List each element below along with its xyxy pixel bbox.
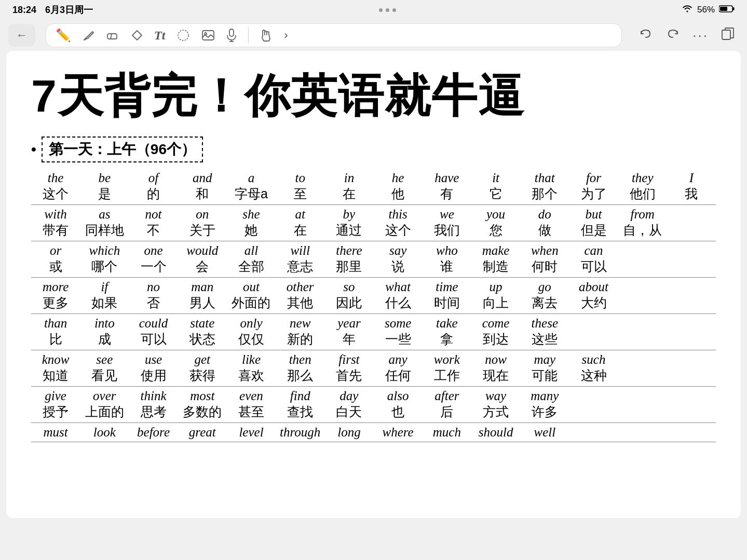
en-word-1-7: this — [374, 207, 423, 222]
en-word-5-6: first — [324, 352, 373, 367]
zh-word-4-10: 这些 — [520, 331, 569, 348]
zh-line-6: 授予上面的思考多数的甚至查找白天也后方式许多 — [31, 403, 716, 422]
image-tool[interactable] — [199, 29, 217, 42]
en-word-6-8: after — [423, 389, 471, 403]
en-word-5-9: now — [471, 352, 520, 367]
zh-word-5-8: 工作 — [423, 367, 471, 384]
zh-word-1-11: 但是 — [569, 222, 618, 239]
en-line-3: moreifnomanoutothersowhattimeupgoabout — [31, 278, 716, 294]
zh-word-4-11 — [569, 331, 618, 348]
vocab-row-1: withasnotonsheatbythisweyoudobutfrom带有同样… — [31, 205, 716, 241]
en-word-4-13 — [667, 316, 716, 331]
zh-word-3-1: 如果 — [80, 294, 129, 311]
en-line-6: giveoverthinkmostevenfinddayalsoafterway… — [31, 387, 716, 403]
en-word-7-4: level — [227, 425, 276, 440]
pencil-tool[interactable]: ✏️ — [53, 27, 73, 44]
en-word-4-5: new — [276, 316, 324, 331]
expand-tools-chevron[interactable]: › — [282, 28, 290, 43]
zh-line-0: 这个是的和字母a至在他有它那个为了他们我 — [31, 185, 716, 204]
diamond-eraser-tool[interactable] — [129, 29, 145, 42]
en-word-7-2: before — [129, 425, 178, 440]
status-center-dots — [379, 8, 396, 12]
en-word-3-11: about — [569, 280, 618, 294]
svg-point-7 — [178, 30, 188, 40]
en-word-5-5: then — [276, 352, 324, 367]
en-word-3-10: go — [520, 280, 569, 294]
dot3 — [392, 8, 396, 12]
zh-word-3-7: 什么 — [374, 294, 423, 311]
zh-word-1-2: 不 — [129, 222, 178, 239]
duplicate-button[interactable] — [717, 25, 739, 46]
en-word-5-8: work — [423, 352, 471, 367]
redo-button[interactable] — [661, 25, 684, 45]
zh-word-2-3: 会 — [178, 258, 227, 275]
en-word-2-4: all — [227, 243, 276, 258]
zh-word-6-7: 也 — [374, 403, 423, 420]
back-button[interactable]: ← — [8, 24, 35, 47]
zh-word-2-1: 哪个 — [80, 258, 129, 275]
en-word-7-3: great — [178, 425, 227, 440]
en-word-1-0: with — [31, 207, 80, 222]
dot1 — [379, 8, 383, 12]
en-word-3-1: if — [80, 280, 129, 294]
en-word-7-10: well — [520, 425, 569, 440]
en-word-0-6: in — [324, 171, 373, 185]
en-word-3-6: so — [324, 280, 373, 294]
en-word-0-7: he — [374, 171, 423, 185]
zh-word-1-5: 在 — [276, 222, 324, 239]
en-word-3-4: out — [227, 280, 276, 294]
en-word-2-9: make — [471, 243, 520, 258]
zh-word-0-13: 我 — [667, 185, 716, 202]
en-word-3-3: man — [178, 280, 227, 294]
svg-rect-13 — [722, 30, 730, 39]
en-word-0-8: have — [423, 171, 471, 185]
battery-percent: 56% — [697, 5, 715, 15]
pen-tool[interactable] — [80, 28, 97, 43]
battery-icon — [719, 5, 735, 16]
en-word-3-13 — [667, 280, 716, 294]
en-word-4-10: these — [520, 316, 569, 331]
zh-word-2-7: 说 — [374, 258, 423, 275]
en-word-1-10: do — [520, 207, 569, 222]
en-word-0-0: the — [31, 171, 80, 185]
eraser-tool[interactable] — [104, 29, 122, 42]
en-word-2-8: who — [423, 243, 471, 258]
status-right: 56% — [682, 5, 735, 16]
toolbar-left: ← — [8, 24, 35, 47]
zh-word-6-1: 上面的 — [80, 403, 129, 420]
zh-word-5-1: 看见 — [80, 367, 129, 384]
en-word-6-5: find — [276, 389, 324, 403]
en-word-5-7: any — [374, 352, 423, 367]
zh-word-6-2: 思考 — [129, 403, 178, 420]
toolbar-right: ··· — [634, 25, 739, 46]
undo-button[interactable] — [634, 25, 657, 45]
en-word-5-1: see — [80, 352, 129, 367]
en-word-1-1: as — [80, 207, 129, 222]
zh-word-6-4: 甚至 — [227, 403, 276, 420]
en-word-6-13 — [667, 389, 716, 403]
en-word-6-7: also — [374, 389, 423, 403]
vocab-container: thebeofandatoinhehaveitthatfortheyI这个是的和… — [31, 169, 716, 442]
en-word-7-8: much — [423, 425, 471, 440]
more-button[interactable]: ··· — [688, 25, 713, 46]
en-word-5-2: use — [129, 352, 178, 367]
text-tool[interactable]: Tt — [152, 28, 167, 44]
lasso-tool[interactable] — [174, 28, 192, 43]
status-bar: 18:24 6月3日周一 56% — [0, 0, 747, 20]
en-word-7-13 — [667, 425, 716, 440]
mic-tool[interactable] — [224, 28, 239, 43]
zh-word-1-9: 您 — [471, 222, 520, 239]
zh-word-3-4: 外面的 — [227, 294, 276, 311]
zh-word-6-5: 查找 — [276, 403, 324, 420]
en-word-3-0: more — [31, 280, 80, 294]
en-word-1-5: at — [276, 207, 324, 222]
zh-word-3-6: 因此 — [324, 294, 373, 311]
zh-word-5-0: 知道 — [31, 367, 80, 384]
svg-rect-3 — [720, 7, 727, 11]
zh-word-5-10: 可能 — [520, 367, 569, 384]
en-word-2-10: when — [520, 243, 569, 258]
hand-tool[interactable] — [258, 28, 275, 43]
main-title: 7天背完！你英语就牛逼 — [31, 65, 716, 127]
en-word-3-12 — [618, 280, 667, 294]
zh-word-3-3: 男人 — [178, 294, 227, 311]
